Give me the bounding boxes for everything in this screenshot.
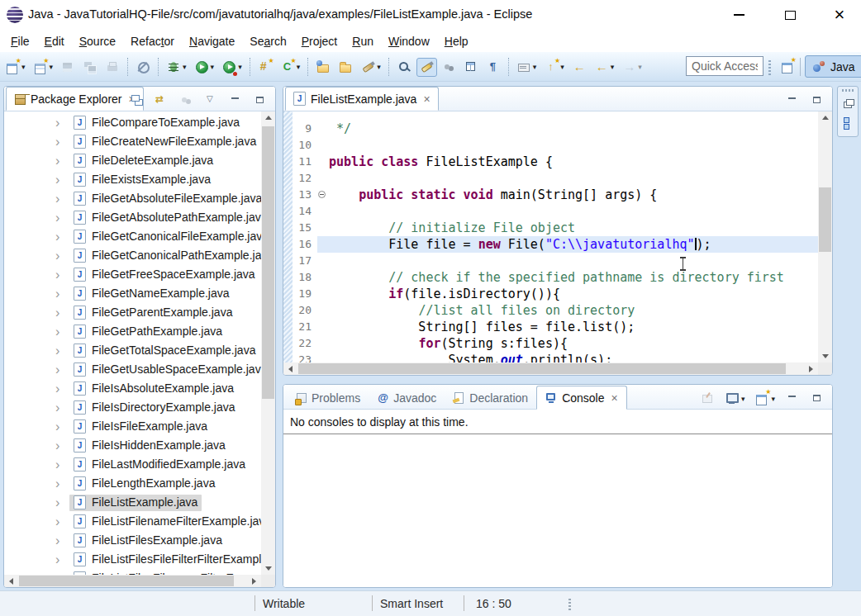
debug-button[interactable]: ▾ xyxy=(164,58,190,77)
new-wizard-dropdown-icon[interactable]: ▾ xyxy=(21,63,26,71)
maximize-view-button[interactable] xyxy=(250,91,271,110)
scrollbar-thumb[interactable] xyxy=(298,363,786,374)
back-history-dropdown-icon[interactable]: ▾ xyxy=(611,63,615,71)
menu-refactor[interactable]: Refactor xyxy=(123,33,182,50)
scroll-right-arrow[interactable] xyxy=(247,575,261,587)
scrollbar-thumb[interactable] xyxy=(819,187,831,252)
chevron-right-icon[interactable]: › xyxy=(55,115,69,131)
tree-item[interactable]: ›JFileGetCanonicalPathExample.java xyxy=(4,246,261,265)
chevron-right-icon[interactable]: › xyxy=(55,305,69,321)
new-wizard-button[interactable]: ▾ xyxy=(2,58,29,77)
menu-search[interactable]: Search xyxy=(242,33,293,50)
tree-item[interactable]: ›JFileGetUsableSpaceExample.java xyxy=(4,360,261,379)
minimize-view-button[interactable] xyxy=(783,389,803,408)
tree-item[interactable]: ›JFileGetCanonicalFileExample.java xyxy=(4,227,261,246)
external-tools-dropdown-icon[interactable]: ▾ xyxy=(377,63,381,71)
chevron-right-icon[interactable]: › xyxy=(55,134,69,150)
tree-item[interactable]: ›JFileGetParentExample.java xyxy=(4,303,261,322)
tree-item[interactable]: ›JFileIsDirectoryExample.java xyxy=(4,398,261,417)
tree-item[interactable]: ›JFileListFilesFilenameFilterExample.jav… xyxy=(4,569,261,575)
debug-dropdown-icon[interactable]: ▾ xyxy=(183,63,187,71)
drag-handle[interactable] xyxy=(842,89,854,92)
scroll-left-arrow[interactable] xyxy=(283,362,297,375)
go-to-last-edit-button[interactable]: ▾ xyxy=(541,58,568,77)
run-button[interactable]: ▾ xyxy=(192,58,218,77)
editor-horizontal-scrollbar[interactable] xyxy=(283,362,818,375)
window-maximize-button[interactable] xyxy=(775,3,805,26)
tree-item[interactable]: ›JFileIsHiddenExample.java xyxy=(4,436,261,455)
tree-item[interactable]: ›JFileListFilesExample.java xyxy=(4,531,261,550)
quick-access-input[interactable] xyxy=(686,56,763,76)
chevron-right-icon[interactable]: › xyxy=(55,191,69,207)
menu-navigate[interactable]: Navigate xyxy=(182,33,242,50)
last-edit-location-button[interactable]: ▾ xyxy=(514,58,540,77)
toggle-mark-occurrences-button[interactable] xyxy=(416,58,437,77)
scroll-left-arrow[interactable] xyxy=(4,575,18,587)
tree-item[interactable]: ›JFileIsAbsoluteExample.java xyxy=(4,379,261,398)
go-to-last-edit-dropdown-icon[interactable]: ▾ xyxy=(560,63,564,71)
chevron-right-icon[interactable]: › xyxy=(55,248,69,264)
show-selected-element-button[interactable] xyxy=(439,58,459,77)
tree-item[interactable]: ›JFileCompareToExample.java xyxy=(4,113,261,132)
chevron-right-icon[interactable]: › xyxy=(55,400,69,416)
tab-javadoc[interactable]: Javadoc xyxy=(369,386,445,410)
scrollbar-thumb[interactable] xyxy=(19,576,234,586)
chevron-right-icon[interactable]: › xyxy=(55,286,69,302)
tree-item[interactable]: ›JFileGetPathExample.java xyxy=(4,322,261,341)
tree-item[interactable]: ›JFileIsFileExample.java xyxy=(4,417,261,436)
open-search-dialog-button[interactable] xyxy=(394,58,415,77)
close-icon[interactable]: × xyxy=(423,92,430,106)
tree-item[interactable]: ›JFileGetTotalSpaceExample.java xyxy=(4,341,261,360)
view-menu-button[interactable] xyxy=(201,91,221,110)
chevron-right-icon[interactable]: › xyxy=(55,343,69,359)
open-console-button[interactable]: ▾ xyxy=(752,389,778,408)
scrollbar-thumb[interactable] xyxy=(262,126,274,399)
tree-item[interactable]: ›JFileListFilesFileFilterFilterExample.j… xyxy=(4,550,261,569)
editor-vertical-scrollbar[interactable] xyxy=(818,111,832,362)
package-explorer-tab[interactable]: Package Explorer × xyxy=(6,87,144,111)
tree-horizontal-scrollbar[interactable] xyxy=(4,575,261,587)
tree-item[interactable]: ›JFileExistsExample.java xyxy=(4,170,261,189)
chevron-right-icon[interactable]: › xyxy=(55,552,69,568)
menu-file[interactable]: File xyxy=(3,33,37,50)
display-selected-console-dropdown-icon[interactable]: ▾ xyxy=(741,395,745,403)
tab-console[interactable]: Console× xyxy=(536,386,627,410)
show-source-button[interactable] xyxy=(461,58,482,77)
collapse-all-button[interactable] xyxy=(126,91,147,110)
window-close-button[interactable]: × xyxy=(825,3,854,26)
scroll-right-arrow[interactable] xyxy=(804,362,818,375)
tree-item[interactable]: ›JFileGetAbsolutePathExample.java xyxy=(4,208,261,227)
scroll-down-arrow[interactable] xyxy=(818,350,832,362)
minimize-view-button[interactable] xyxy=(226,91,246,110)
chevron-right-icon[interactable]: › xyxy=(55,172,69,188)
chevron-right-icon[interactable]: › xyxy=(55,476,69,492)
menu-run[interactable]: Run xyxy=(345,33,381,50)
new-java-element-button[interactable]: ▾ xyxy=(31,58,57,77)
chevron-right-icon[interactable]: › xyxy=(55,210,69,226)
forward-dropdown-icon[interactable]: ▾ xyxy=(638,63,642,71)
tree-item[interactable]: ›JFileListFilenameFilterExample.java xyxy=(4,512,261,531)
chevron-right-icon[interactable]: › xyxy=(55,495,69,511)
chevron-right-icon[interactable]: › xyxy=(55,457,69,473)
menu-project[interactable]: Project xyxy=(294,33,345,50)
chevron-right-icon[interactable]: › xyxy=(55,438,69,454)
maximize-view-button[interactable] xyxy=(807,389,828,408)
scroll-up-arrow[interactable] xyxy=(818,111,832,124)
focus-on-active-task-button[interactable] xyxy=(176,91,197,110)
menu-edit[interactable]: Edit xyxy=(37,33,72,50)
code-editor[interactable]: 9 */1011public class FileListExample {12… xyxy=(283,111,818,362)
open-task-button[interactable] xyxy=(313,58,334,77)
save-button[interactable] xyxy=(58,58,78,77)
tree-item[interactable]: ›JFileGetAbsoluteFileExample.java xyxy=(4,189,261,208)
tree-item[interactable]: ›JFileGetFreeSpaceExample.java xyxy=(4,265,261,284)
link-with-editor-button[interactable] xyxy=(151,91,172,110)
close-icon[interactable]: × xyxy=(611,391,618,405)
coverage-dropdown-icon[interactable]: ▾ xyxy=(238,63,242,71)
tree-item[interactable]: ›JFileListExample.java xyxy=(4,493,261,512)
skip-all-breakpoints-button[interactable] xyxy=(133,58,154,77)
menu-window[interactable]: Window xyxy=(381,33,437,50)
run-dropdown-icon[interactable]: ▾ xyxy=(211,63,215,71)
tree-item[interactable]: ›JFileLengthExample.java xyxy=(4,474,261,493)
tree-item[interactable]: ›JFileCreateNewFileExample.java xyxy=(4,132,261,151)
show-whitespace-button[interactable] xyxy=(483,58,504,77)
